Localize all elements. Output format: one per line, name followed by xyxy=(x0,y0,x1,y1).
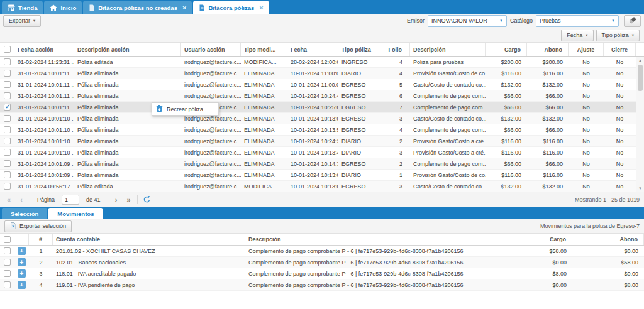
expand-plus-icon[interactable]: + xyxy=(18,258,26,266)
table-row[interactable]: +2102.01 - Bancos nacionalesComplemento … xyxy=(0,257,644,268)
emisor-label: Emisor xyxy=(407,18,425,24)
cell-cargo: $66.00 xyxy=(486,102,527,112)
page-number-input[interactable] xyxy=(62,195,79,205)
next-page-button[interactable]: › xyxy=(112,196,121,203)
emisor-combo[interactable]: INNOVACION VALOR ▾ xyxy=(428,15,507,27)
cell-abono: $132.00 xyxy=(527,181,569,192)
tab-bitacora-polizas-no-creadas[interactable]: Bitácora pólizas no creadas × xyxy=(83,1,192,14)
last-page-button[interactable]: » xyxy=(125,196,133,203)
select-all-checkbox[interactable] xyxy=(4,46,11,53)
table-row[interactable]: +1201.01.02 - XOCHILT CASAS CHAVEZComple… xyxy=(0,246,644,257)
table-row[interactable]: 31-01-2024 10:01:10 ...Póliza eliminadai… xyxy=(0,147,636,158)
exportar-seleccion-button[interactable]: Exportar selección xyxy=(4,220,72,232)
cell-abono: $132.00 xyxy=(527,113,569,124)
cell-folio: 4 xyxy=(382,57,410,67)
row-checkbox[interactable] xyxy=(4,247,11,254)
table-row[interactable]: 31-01-2024 10:01:11 ...Póliza eliminadai… xyxy=(0,68,636,79)
separator xyxy=(30,195,30,204)
row-checkbox[interactable] xyxy=(4,149,11,156)
row-checkbox[interactable] xyxy=(4,115,11,122)
table-row[interactable]: 31-01-2024 09:56:17 ...Póliza editadairo… xyxy=(0,181,636,192)
row-checkbox[interactable] xyxy=(4,81,11,88)
scroll-up-icon[interactable]: ▲ xyxy=(636,57,644,64)
table-row[interactable]: 01-02-2024 11:23:31 ...Póliza editadairo… xyxy=(0,57,636,68)
table-row[interactable]: 31-01-2024 10:01:09 ...Póliza eliminadai… xyxy=(0,170,636,181)
tab-bitacora-polizas[interactable]: Bitácora pólizas × xyxy=(193,1,269,14)
row-checkbox[interactable] xyxy=(4,259,11,266)
table-row[interactable]: +4119.01 - IVA pendiente de pagoCompleme… xyxy=(0,279,644,291)
vertical-scrollbar[interactable]: ▲ ▼ xyxy=(636,57,644,192)
tab-tienda[interactable]: Tienda xyxy=(2,1,43,14)
clear-filters-button[interactable] xyxy=(624,15,641,27)
scroll-down-icon[interactable]: ▼ xyxy=(636,185,644,192)
column-header-tipo-modificacion[interactable]: Tipo modi... xyxy=(241,43,287,56)
tab-inicio[interactable]: Inicio xyxy=(44,1,82,14)
table-row[interactable]: 31-01-2024 10:01:11 ...Póliza eliminadai… xyxy=(0,79,636,90)
tipo-poliza-filter-button[interactable]: Tipo póliza ▾ xyxy=(596,30,640,41)
row-checkbox[interactable] xyxy=(4,104,11,111)
table-row[interactable]: 31-01-2024 10:01:11 ...Póliza eliminadai… xyxy=(0,90,636,102)
expand-plus-icon[interactable]: + xyxy=(18,281,26,289)
column-header-tipo-poliza[interactable]: Tipo póliza xyxy=(338,43,382,56)
chevron-down-icon[interactable]: ▾ xyxy=(496,18,506,23)
first-page-button[interactable]: « xyxy=(4,196,13,203)
cell-descripcion: Complemento de pago com... xyxy=(410,102,486,112)
row-checkbox-cell xyxy=(0,181,14,192)
menu-item-recrear-poliza[interactable]: Recrear póliza xyxy=(152,103,218,115)
cell-usuario-accion: irodriguez@facture.c... xyxy=(181,147,241,158)
chevron-down-icon[interactable]: ▾ xyxy=(608,18,618,23)
column-header-cargo[interactable]: Cargo xyxy=(486,43,527,56)
row-checkbox[interactable] xyxy=(4,183,11,190)
table-row[interactable]: 31-01-2024 10:01:11 ...Póliza eliminadai… xyxy=(0,102,636,113)
column-header-ajuste[interactable]: Ajuste xyxy=(569,43,604,56)
column-header-cargo[interactable]: Cargo xyxy=(506,234,572,245)
table-row[interactable]: 31-01-2024 10:01:10 ...Póliza eliminadai… xyxy=(0,113,636,124)
catalogo-combo[interactable]: Pruebas ▾ xyxy=(536,15,619,27)
column-header-descripcion-accion[interactable]: Descripción acción xyxy=(74,43,181,56)
cell-cargo: $8.00 xyxy=(506,268,572,279)
table-row[interactable]: 31-01-2024 10:01:09 ...Póliza eliminadai… xyxy=(0,158,636,170)
column-header-folio[interactable]: Folio xyxy=(382,43,410,56)
row-checkbox[interactable] xyxy=(4,126,11,133)
cell-tipo-modificacion: ELIMINADA xyxy=(241,147,287,158)
column-header-abono[interactable]: Abono xyxy=(572,234,644,245)
row-checkbox[interactable] xyxy=(4,92,11,99)
row-checkbox-cell xyxy=(0,124,14,135)
row-checkbox[interactable] xyxy=(4,138,11,144)
tab-seleccion[interactable]: Selección xyxy=(2,208,47,219)
column-header-cuenta-contable[interactable]: Cuenta contable xyxy=(53,234,245,245)
row-checkbox[interactable] xyxy=(4,171,11,178)
row-checkbox[interactable] xyxy=(4,160,11,167)
row-checkbox[interactable] xyxy=(4,70,11,77)
column-header-fecha[interactable]: Fecha xyxy=(287,43,338,56)
column-header-usuario-accion[interactable]: Usuario acción xyxy=(181,43,241,56)
cell-tipo-poliza: EGRESO xyxy=(338,90,382,101)
cell-descripcion: Complemento de pago com... xyxy=(410,90,486,101)
tab-label: Tienda xyxy=(18,4,37,11)
fecha-filter-button[interactable]: Fecha ▾ xyxy=(561,30,593,41)
prev-page-button[interactable]: ‹ xyxy=(17,196,26,203)
column-header-abono[interactable]: Abono xyxy=(527,43,569,56)
column-header-cierre[interactable]: Cierre xyxy=(604,43,636,56)
tab-movimientos[interactable]: Movimientos xyxy=(48,208,103,219)
column-header-fecha-accion[interactable]: Fecha acción xyxy=(14,43,74,56)
expand-plus-icon[interactable]: + xyxy=(18,247,26,255)
scrollbar-thumb[interactable] xyxy=(638,65,643,91)
exportar-button[interactable]: Exportar ▾ xyxy=(3,15,41,27)
table-row[interactable]: 31-01-2024 10:01:10 ...Póliza eliminadai… xyxy=(0,136,636,147)
row-checkbox[interactable] xyxy=(4,281,11,288)
table-row[interactable]: +3118.01 - IVA acreditable pagadoComplem… xyxy=(0,268,644,279)
cell-cierre: No xyxy=(604,147,636,158)
close-icon[interactable]: × xyxy=(182,5,186,11)
select-all-checkbox[interactable] xyxy=(4,236,11,243)
cell-fecha: 10-01-2024 10:13:58 ... xyxy=(287,124,338,135)
column-header-numero[interactable]: # xyxy=(29,234,53,245)
refresh-button[interactable] xyxy=(142,195,153,203)
column-header-descripcion[interactable]: Descripción xyxy=(245,234,506,245)
close-icon[interactable]: × xyxy=(259,5,263,11)
row-checkbox[interactable] xyxy=(4,58,11,65)
table-row[interactable]: 31-01-2024 10:01:10 ...Póliza eliminadai… xyxy=(0,124,636,136)
expand-plus-icon[interactable]: + xyxy=(18,269,26,278)
column-header-descripcion[interactable]: Descripción xyxy=(410,43,486,56)
row-checkbox[interactable] xyxy=(4,270,11,277)
